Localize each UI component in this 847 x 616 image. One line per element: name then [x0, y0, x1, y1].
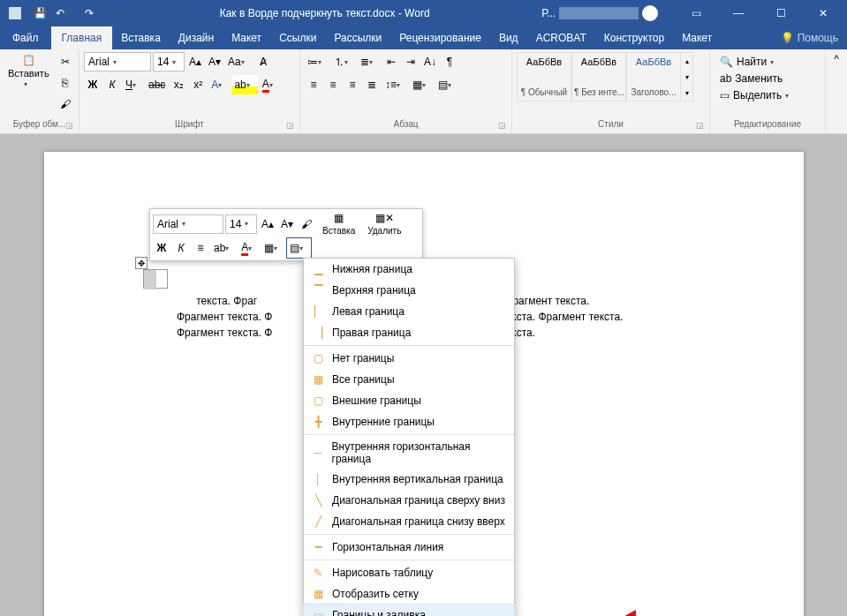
border-none[interactable]: ▢Нет границы: [304, 348, 514, 369]
redo-icon[interactable]: ↷: [78, 2, 101, 25]
border-bottom[interactable]: ▁Нижняя граница: [304, 259, 514, 280]
mini-align[interactable]: ≡: [192, 238, 209, 258]
underline-button[interactable]: Ч▾: [123, 75, 144, 94]
collapse-ribbon-icon[interactable]: ^: [826, 49, 847, 133]
highlight-icon[interactable]: ab▾: [231, 75, 257, 94]
font-size-select[interactable]: 14▾: [153, 52, 185, 71]
bold-button[interactable]: Ж: [84, 75, 102, 94]
mini-highlight-icon[interactable]: ab▾: [211, 238, 237, 258]
cut-button[interactable]: ✂: [57, 52, 74, 71]
clipboard-launcher-icon[interactable]: ◲: [65, 121, 76, 131]
border-inside-h[interactable]: ─Внутренняя горизонтальная граница: [304, 437, 514, 469]
align-left-icon[interactable]: ≡: [305, 75, 322, 94]
copy-button[interactable]: ⎘: [57, 73, 74, 93]
view-gridlines[interactable]: ▦Отобразить сетку: [304, 583, 514, 605]
numbering-icon[interactable]: ⒈▾: [331, 52, 356, 71]
show-marks-icon[interactable]: ¶: [441, 52, 458, 71]
strikethrough-button[interactable]: abc: [146, 75, 168, 94]
mini-bold[interactable]: Ж: [153, 238, 170, 258]
tab-references[interactable]: Ссылки: [270, 26, 325, 49]
draw-table[interactable]: ✎Нарисовать таблицу: [304, 562, 514, 583]
style-heading1[interactable]: АаБбВвЗаголово...: [626, 52, 681, 101]
text-effects-icon[interactable]: A▾: [208, 75, 230, 94]
sort-icon[interactable]: A↓: [421, 52, 439, 71]
multilevel-icon[interactable]: ≣▾: [358, 52, 381, 71]
font-color-icon[interactable]: A▾: [260, 75, 281, 94]
borders-icon[interactable]: ▤▾: [435, 75, 459, 94]
mini-delete-button[interactable]: ▦✕Удалить: [362, 212, 406, 236]
border-top[interactable]: ▔Верхняя граница: [304, 280, 514, 301]
line-spacing-icon[interactable]: ↕≡▾: [382, 75, 408, 94]
border-inside-v[interactable]: │Внутренняя вертикальная граница: [304, 469, 514, 490]
mini-size-select[interactable]: 14▾: [225, 214, 257, 234]
justify-icon[interactable]: ≣: [363, 75, 381, 94]
indent-dec-icon[interactable]: ⇤: [382, 52, 400, 71]
find-button[interactable]: 🔍Найти▾: [716, 54, 798, 70]
qat-customize-icon[interactable]: ▾: [102, 2, 125, 25]
italic-button[interactable]: К: [103, 75, 121, 94]
clear-format-icon[interactable]: A̷: [254, 52, 272, 71]
save-icon[interactable]: 💾: [28, 2, 51, 25]
mini-painter-icon[interactable]: 🖌: [298, 214, 315, 234]
page[interactable]: ✥ Фратекста. Фрагкста. Фрагмент текста. …: [44, 152, 804, 616]
style-nospacing[interactable]: АаБбВв¶ Без инте...: [571, 52, 626, 101]
change-case-icon[interactable]: Aa▾: [225, 52, 253, 71]
undo-icon[interactable]: ↶▾: [53, 2, 76, 25]
bullets-icon[interactable]: ≔▾: [305, 52, 329, 71]
tab-home[interactable]: Главная: [51, 26, 113, 49]
minimize-icon[interactable]: —: [718, 0, 759, 26]
align-right-icon[interactable]: ≡: [344, 75, 361, 94]
mini-insert-button[interactable]: ▦Вставка: [317, 212, 360, 236]
grow-font-icon[interactable]: A▴: [186, 52, 204, 71]
mini-grow-icon[interactable]: A▴: [259, 214, 276, 234]
superscript-button[interactable]: x²: [189, 75, 207, 94]
mini-italic[interactable]: К: [172, 238, 190, 258]
mini-font-select[interactable]: Arial▾: [153, 214, 223, 234]
tell-me[interactable]: 💡Помощь: [772, 26, 847, 49]
table-selection[interactable]: [143, 269, 168, 289]
mini-shrink-icon[interactable]: A▾: [278, 214, 296, 234]
maximize-icon[interactable]: ☐: [760, 0, 801, 26]
tab-mailings[interactable]: Рассылки: [325, 26, 390, 49]
styles-scroll[interactable]: ▴▾▾: [681, 52, 693, 101]
mini-shading-icon[interactable]: ▦▾: [261, 238, 285, 258]
user-account[interactable]: Р...: [524, 5, 676, 21]
tab-layout[interactable]: Макет: [223, 26, 270, 49]
tab-acrobat[interactable]: ACROBAT: [527, 26, 595, 49]
align-center-icon[interactable]: ≡: [324, 75, 342, 94]
mini-fontcolor-icon[interactable]: A▾: [238, 238, 260, 258]
indent-inc-icon[interactable]: ⇥: [402, 52, 420, 71]
close-icon[interactable]: ✕: [803, 0, 843, 26]
font-launcher-icon[interactable]: ◲: [286, 121, 297, 131]
tab-view[interactable]: Вид: [490, 26, 527, 49]
border-left[interactable]: ▏Левая граница: [304, 301, 514, 322]
border-diag-down[interactable]: ╲Диагональная граница сверху вниз: [304, 490, 514, 511]
border-inside[interactable]: ╋Внутренние границы: [304, 411, 514, 432]
paragraph-launcher-icon[interactable]: ◲: [498, 121, 509, 131]
shading-icon[interactable]: ▦▾: [410, 75, 434, 94]
styles-launcher-icon[interactable]: ◲: [696, 121, 707, 131]
tab-file[interactable]: Файл: [0, 26, 51, 49]
select-button[interactable]: ▭Выделить▾: [716, 87, 798, 103]
tab-review[interactable]: Рецензирование: [390, 26, 490, 49]
borders-and-shading[interactable]: ▭Границы и заливка...: [304, 605, 514, 616]
tab-layout2[interactable]: Макет: [673, 26, 721, 49]
border-right[interactable]: ▕Правая граница: [304, 322, 514, 343]
ribbon-options-icon[interactable]: ▭: [676, 0, 716, 26]
tab-constructor[interactable]: Конструктор: [595, 26, 673, 49]
style-normal[interactable]: АаБбВв¶ Обычный: [517, 52, 571, 101]
paste-button[interactable]: 📋 Вставить ▾: [4, 52, 53, 90]
mini-borders-icon[interactable]: ▤▾: [287, 238, 311, 258]
app-icon[interactable]: [4, 2, 26, 25]
table-move-handle-icon[interactable]: ✥: [135, 257, 147, 269]
border-all[interactable]: ▦Все границы: [304, 369, 514, 390]
tab-insert[interactable]: Вставка: [112, 26, 170, 49]
font-name-select[interactable]: Arial▾: [84, 52, 151, 71]
shrink-font-icon[interactable]: A▾: [206, 52, 223, 71]
subscript-button[interactable]: x₂: [170, 75, 187, 94]
border-outside[interactable]: ▢Внешние границы: [304, 390, 514, 411]
tab-design[interactable]: Дизайн: [170, 26, 223, 49]
format-painter-button[interactable]: 🖌: [57, 94, 74, 114]
horizontal-line[interactable]: ━Горизонтальная линия: [304, 537, 514, 558]
border-diag-up[interactable]: ╱Диагональная граница снизу вверх: [304, 511, 514, 532]
